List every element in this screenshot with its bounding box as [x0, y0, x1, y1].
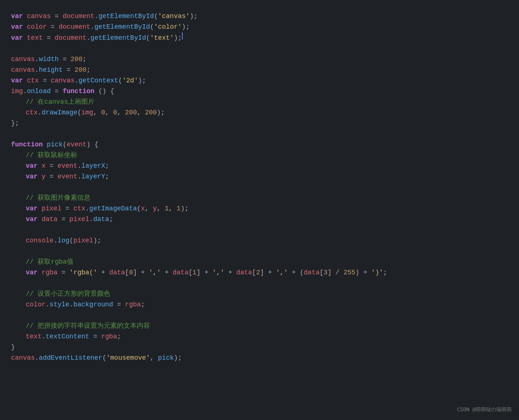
ident-console: console [26, 235, 54, 246]
var-pixel: pixel [42, 203, 61, 214]
ident-canvas-1: canvas [11, 54, 35, 65]
num-255: 255 [343, 267, 355, 278]
num-0-2: 0 [113, 107, 117, 118]
code-line-11: function pick ( event ) { [7, 139, 508, 150]
method-getelementbyid-3: getElementById [90, 33, 146, 43]
code-line-15: // 获取图片像素信息 [7, 193, 508, 203]
keyword-var-9: var [26, 267, 37, 278]
str-rgba-close: ')' [371, 267, 383, 278]
code-line-empty-4 [7, 225, 508, 235]
num-1-2: 1 [177, 203, 181, 214]
method-getcontext: getContext [79, 75, 118, 86]
str-comma-3: ',' [276, 267, 288, 278]
ident-event-2: event [57, 171, 77, 182]
comment-4: // 获取rgba值 [26, 257, 74, 267]
str-mousemove: 'mousemove' [106, 353, 150, 363]
num-200-2: 200 [75, 65, 86, 75]
keyword-var-5: var [26, 161, 37, 171]
keyword-function-2: function [11, 139, 43, 150]
str-2d: '2d' [122, 75, 138, 86]
code-line-20: var rgba = 'rgba(' + data [ 0 ] + ',' + … [7, 267, 508, 278]
method-getelementbyid-1: getElementById [99, 11, 154, 22]
keyword-var-2: var [11, 22, 23, 32]
str-text: 'text' [150, 33, 174, 43]
str-comma-2: ',' [212, 267, 224, 278]
arg-pixel-2: pixel [74, 235, 93, 246]
code-line-19: // 获取rgba值 [7, 257, 508, 267]
var-y: y [42, 171, 46, 182]
comment-3: // 获取图片像素信息 [26, 193, 90, 203]
var-rgba: rgba [42, 267, 57, 278]
prop-height: height [39, 65, 63, 75]
ident-data-1: data [109, 267, 125, 278]
arg-y-1: y [153, 203, 157, 214]
code-line-6: var ctx = canvas . getContext ( '2d' ); [7, 75, 508, 86]
code-line-7: img . onload = function () { [7, 86, 508, 97]
ident-canvas-3: canvas [51, 75, 75, 86]
num-0-3: 0 [129, 267, 133, 278]
num-3-1: 3 [323, 267, 327, 278]
comment-6: // 把拼接的字符串设置为元素的文本内容 [26, 321, 150, 331]
ident-color-1: color [26, 299, 46, 310]
code-line-10: }; [7, 118, 508, 129]
prop-data: data [93, 214, 109, 225]
comment-2: // 获取鼠标坐标 [26, 150, 77, 161]
ident-data-3: data [236, 267, 252, 278]
str-rgba-open: 'rgba(' [69, 267, 97, 278]
param-event: event [67, 139, 86, 150]
ident-document-2: document [59, 22, 90, 32]
var-text: text [27, 33, 43, 43]
str-color: 'color' [154, 22, 182, 32]
method-log: log [57, 235, 69, 246]
ident-img-1: img [11, 86, 23, 97]
arg-img-1: img [81, 107, 93, 118]
var-x: x [42, 161, 46, 171]
comment-1: // 在canvas上画图片 [26, 97, 94, 107]
ident-data-2: data [173, 267, 189, 278]
ident-ctx-2: ctx [74, 203, 85, 214]
prop-layerx: layerX [81, 161, 105, 171]
code-line-empty-7 [7, 310, 508, 321]
code-editor: var canvas = document . getElementById (… [7, 7, 508, 367]
var-canvas: canvas [27, 11, 51, 22]
code-line-17: var data = pixel . data ; [7, 214, 508, 225]
num-1-3: 1 [193, 267, 197, 278]
code-line-23: // 把拼接的字符串设置为元素的文本内容 [7, 321, 508, 331]
ident-data-4: data [304, 267, 319, 278]
code-line-1: var canvas = document . getElementById (… [7, 11, 508, 22]
ident-rgba-1: rgba [125, 299, 141, 310]
num-1-1: 1 [165, 203, 169, 214]
ident-event-1: event [57, 161, 77, 171]
keyword-function-1: function [62, 86, 94, 97]
code-line-18: console . log ( pixel ); [7, 235, 508, 246]
code-line-21: // 设置小正方形的背景颜色 [7, 289, 508, 299]
ident-rgba-2: rgba [101, 331, 117, 342]
code-line-14: var y = event . layerY ; [7, 171, 508, 182]
code-line-2: var color = document . getElementById ( … [7, 22, 508, 32]
code-line-22: color . style . background = rgba ; [7, 299, 508, 310]
code-line-empty-2 [7, 129, 508, 139]
code-line-16: var pixel = ctx . getImageData ( x , y ,… [7, 203, 508, 214]
keyword-var-1: var [11, 11, 23, 22]
code-line-3: var text = document . getElementById ( '… [7, 32, 508, 43]
code-line-8: // 在canvas上画图片 [7, 97, 508, 107]
num-200-1: 200 [71, 54, 82, 65]
code-line-9: ctx . drawImage ( img , 0 , 0 , 200 , 20… [7, 107, 508, 118]
ident-pixel-1: pixel [69, 214, 89, 225]
prop-background: background [74, 299, 113, 310]
prop-style: style [50, 299, 69, 310]
ident-ctx-1: ctx [26, 107, 37, 118]
watermark: CSDN @萌萌哒の瑞萌萌 [457, 405, 512, 413]
keyword-var-8: var [26, 214, 37, 225]
ident-document-1: document [62, 11, 94, 22]
prop-onload: onload [27, 86, 51, 97]
keyword-var-3: var [11, 33, 23, 43]
code-line-4: canvas . width = 200 ; [7, 54, 508, 65]
keyword-var-4: var [11, 75, 23, 86]
method-getelementbyid-2: getElementById [94, 22, 150, 32]
var-data: data [42, 214, 57, 225]
ident-document-3: document [55, 33, 86, 43]
code-line-12: // 获取鼠标坐标 [7, 150, 508, 161]
str-canvas: 'canvas' [158, 11, 190, 22]
code-line-empty-1 [7, 43, 508, 54]
